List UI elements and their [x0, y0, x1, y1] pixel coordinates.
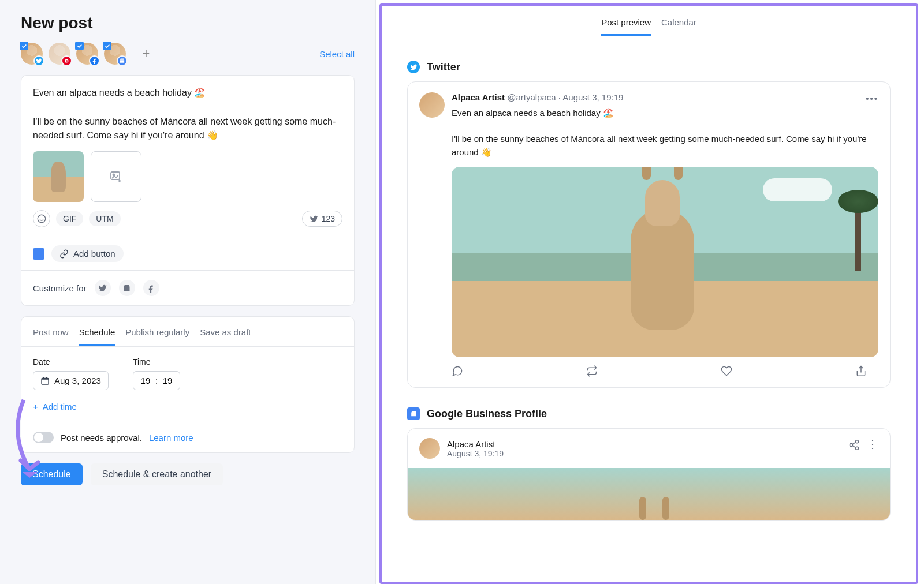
account-google-business[interactable] — [104, 43, 126, 65]
emoji-picker-button[interactable] — [33, 210, 50, 227]
twitter-icon — [98, 284, 107, 293]
char-counter: 123 — [302, 211, 342, 227]
gbp-timestamp: August 3, 19:19 — [447, 449, 504, 458]
media-thumbnail[interactable] — [33, 151, 84, 202]
svg-point-7 — [856, 447, 859, 450]
svg-point-5 — [856, 440, 859, 443]
minute-input[interactable] — [161, 376, 174, 385]
google-business-icon — [407, 407, 420, 420]
gbp-author-name: Alpaca Artist — [447, 439, 504, 449]
time-picker[interactable]: : — [133, 371, 180, 390]
char-count-value: 123 — [322, 214, 335, 223]
customize-twitter[interactable] — [95, 280, 111, 296]
pinterest-icon — [61, 55, 72, 66]
smile-icon — [36, 214, 47, 224]
tab-calendar[interactable]: Calendar — [661, 14, 696, 36]
like-icon[interactable] — [721, 365, 732, 377]
time-separator: : — [155, 376, 158, 385]
gbp-preview: Alpaca Artist August 3, 19:19 ⋮ — [407, 428, 891, 521]
account-twitter[interactable] — [21, 43, 43, 65]
svg-point-0 — [65, 59, 68, 62]
gbp-image — [408, 468, 890, 520]
tab-post-now[interactable]: Post now — [33, 324, 69, 346]
plus-icon: + — [33, 402, 38, 411]
svg-point-3 — [38, 215, 46, 223]
twitter-heading: Twitter — [427, 61, 460, 73]
image-plus-icon — [109, 170, 123, 184]
publish-tabs: Post now Schedule Publish regularly Save… — [21, 317, 354, 346]
hour-input[interactable] — [139, 376, 152, 385]
svg-point-6 — [850, 444, 853, 447]
composer: Even an alpaca needs a beach holiday 🏖️ … — [21, 75, 355, 306]
preview-tabs: Post preview Calendar — [382, 6, 916, 44]
retweet-icon[interactable] — [586, 365, 598, 377]
tweet-preview: Alpaca Artist @artyalpaca · August 3, 19… — [407, 81, 891, 388]
check-icon — [103, 42, 111, 50]
utm-button[interactable]: UTM — [89, 211, 120, 226]
add-button-label: Add button — [73, 249, 116, 259]
time-label: Time — [133, 357, 180, 366]
twitter-icon — [407, 61, 420, 73]
page-title: New post — [21, 14, 355, 32]
google-business-icon — [117, 55, 128, 66]
customize-for-label: Customize for — [33, 283, 87, 293]
select-all-link[interactable]: Select all — [319, 49, 355, 59]
add-time-label: Add time — [43, 402, 77, 411]
learn-more-link[interactable]: Learn more — [149, 433, 193, 443]
compose-textarea[interactable]: Even an alpaca needs a beach holiday 🏖️ … — [21, 76, 354, 151]
avatar — [419, 92, 445, 118]
approval-label: Post needs approval. — [61, 433, 142, 443]
add-media-button[interactable] — [91, 151, 141, 202]
date-picker[interactable]: Aug 3, 2023 — [33, 371, 109, 390]
schedule-create-another-button[interactable]: Schedule & create another — [91, 463, 223, 485]
facebook-icon — [147, 284, 155, 293]
twitter-icon — [33, 55, 44, 66]
calendar-icon — [40, 376, 50, 385]
reply-icon[interactable] — [452, 365, 463, 377]
customize-facebook[interactable] — [143, 280, 159, 296]
gbp-heading: Google Business Profile — [427, 408, 547, 420]
svg-rect-4 — [42, 378, 49, 384]
twitter-icon — [310, 215, 318, 223]
schedule-button[interactable]: Schedule — [21, 463, 83, 485]
tab-publish-regularly[interactable]: Publish regularly — [125, 324, 189, 346]
date-label: Date — [33, 357, 109, 366]
add-account-button[interactable]: + — [135, 43, 157, 65]
facebook-icon — [89, 55, 100, 66]
customize-google-business[interactable] — [119, 280, 135, 296]
tweet-author-handle: @artyalpaca · August 3, 19:19 — [507, 92, 623, 102]
share-icon[interactable] — [855, 365, 867, 377]
tab-schedule[interactable]: Schedule — [79, 324, 116, 346]
tweet-image — [452, 167, 878, 357]
share-icon[interactable] — [848, 439, 860, 451]
more-menu[interactable]: ••• — [866, 93, 878, 103]
tab-save-draft[interactable]: Save as draft — [200, 324, 251, 346]
add-button-action[interactable]: Add button — [51, 245, 124, 262]
link-icon — [59, 249, 69, 259]
tweet-author-name: Alpaca Artist — [452, 92, 505, 102]
more-menu[interactable]: ⋮ — [867, 437, 878, 451]
account-selector: + — [21, 43, 157, 65]
date-value: Aug 3, 2023 — [54, 376, 101, 385]
avatar — [419, 438, 440, 459]
google-business-icon — [122, 284, 131, 293]
tweet-text: Even an alpaca needs a beach holiday 🏖️ … — [452, 107, 878, 159]
add-time-button[interactable]: + Add time — [33, 402, 342, 411]
gif-button[interactable]: GIF — [56, 211, 83, 226]
tab-post-preview[interactable]: Post preview — [601, 14, 651, 36]
account-pinterest[interactable] — [49, 43, 70, 65]
google-business-icon — [33, 248, 44, 260]
account-facebook[interactable] — [76, 43, 98, 65]
check-icon — [75, 42, 84, 50]
approval-toggle[interactable] — [33, 432, 54, 443]
check-icon — [20, 42, 28, 50]
